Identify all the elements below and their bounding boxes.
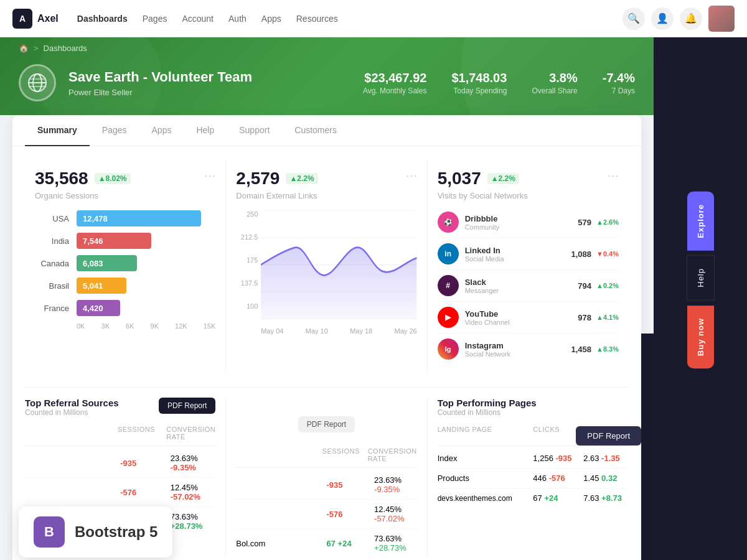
referral-row-2: -576 12.45% -57.02% [25, 478, 215, 507]
dashboard-card: Summary Pages Apps Help Support Customer… [12, 115, 641, 560]
nav-link-dashboards[interactable]: Dashboards [77, 14, 128, 24]
stat-monthly-sales: $23,467.92 Avg. Monthly Sales [363, 71, 427, 95]
instagram-icon: Ig [438, 338, 459, 360]
breadcrumb-separator: > [34, 44, 39, 53]
tab-help[interactable]: Help [184, 115, 227, 146]
social-row-dribbble: ⚽ Dribbble Community 579 ▲2.6% [438, 207, 619, 238]
notifications-button[interactable]: 👤 [651, 7, 674, 30]
settings-button[interactable]: 🔔 [680, 7, 702, 30]
bar-label-india: India [35, 236, 69, 246]
youtube-type: Video Channel [465, 319, 510, 326]
metric-social-networks: 5,037 ▲2.2% Visits by Social Networks ⋯ … [428, 159, 629, 375]
bar-label-brasil: Brasil [35, 281, 69, 291]
explore-button[interactable]: Explore [687, 192, 714, 251]
slack-type: Messanger [465, 287, 499, 294]
axis-0k: 0K [77, 322, 85, 330]
middle-table-header: SESSIONS CONVERSION RATE [236, 442, 416, 468]
nav-logo[interactable]: A Axel [12, 9, 59, 29]
bar-label-france: France [35, 304, 69, 313]
referral-pdf-button[interactable]: PDF Report [159, 398, 215, 414]
header-bg-circle [461, 37, 654, 128]
sessions-more-button[interactable]: ⋯ [204, 169, 215, 182]
bootstrap-icon: B [34, 516, 65, 548]
nav-logo-name: Axel [37, 13, 59, 24]
tab-bar: Summary Pages Apps Help Support Customer… [12, 115, 641, 146]
metric-value-social: 5,037 ▲2.2% [438, 169, 528, 189]
dribbble-change: ▲2.6% [596, 218, 619, 226]
links-more-button[interactable]: ⋯ [406, 169, 417, 182]
user-avatar[interactable] [708, 6, 735, 32]
social-row-instagram: Ig Instagram Social Network 1,458 ▲8.3% [438, 334, 619, 365]
metric-external-links: 2,579 ▲2.2% Domain External Links ⋯ 250 … [226, 159, 427, 375]
social-row-linkedin: in Linked In Social Media 1,088 ▼0.4% [438, 238, 619, 270]
slack-icon: # [438, 275, 459, 296]
page-name-devs: devs.keenthemes.com [438, 494, 529, 503]
line-chart-xaxis: May 04 May 10 May 18 May 26 [261, 327, 416, 335]
middle-pdf-button[interactable]: PDF Report [298, 416, 355, 432]
bootstrap-badge: B Bootstrap 5 [19, 506, 172, 558]
linkedin-count: 1,088 [571, 250, 591, 259]
nav-link-account[interactable]: Account [182, 14, 214, 24]
youtube-count: 978 [578, 313, 591, 322]
breadcrumb-home-icon: 🏠 [19, 44, 29, 53]
sessions-number: 35,568 [35, 169, 88, 189]
instagram-name: Instagram [465, 341, 510, 350]
pages-row-products: Products 446 -576 1.45 0.32 [438, 469, 629, 488]
axis-15k: 15K [204, 322, 216, 330]
tab-pages[interactable]: Pages [90, 115, 139, 146]
bar-label-canada: Canada [35, 259, 69, 268]
middle-section: PDF Report SESSIONS CONVERSION RATE -935… [226, 398, 427, 558]
tab-support[interactable]: Support [227, 115, 282, 146]
stat-label-7days: 7 Days [603, 86, 635, 95]
bar-fill-france: 4,420 [77, 300, 120, 316]
header-bg-leaf [37, 37, 162, 128]
tab-summary[interactable]: Summary [25, 115, 90, 146]
nav-link-apps[interactable]: Apps [261, 14, 281, 24]
links-badge: ▲2.2% [286, 173, 317, 184]
axis-12k: 12K [175, 322, 187, 330]
social-list: ⚽ Dribbble Community 579 ▲2.6% in Link [438, 207, 619, 365]
page-name-products: Products [438, 474, 529, 483]
axis-6k: 6K [126, 322, 134, 330]
bar-row-france: France 4,420 [35, 300, 215, 316]
performing-pages-card: Top Performing Pages Counted in Millions… [428, 398, 629, 558]
page-name-index: Index [438, 454, 529, 463]
social-badge: ▲2.2% [487, 173, 519, 184]
buy-now-button[interactable]: Buy now [687, 306, 714, 368]
stat-label-share: Overall Share [532, 86, 577, 95]
youtube-change: ▲4.1% [596, 314, 619, 321]
instagram-count: 1,458 [571, 345, 591, 354]
social-label: Visits by Social Networks [438, 191, 528, 200]
metric-value-sessions: 35,568 ▲8.02% [35, 169, 131, 189]
linkedin-type: Social Media [465, 255, 504, 263]
navbar: A Axel Dashboards Pages Account Auth App… [0, 0, 747, 37]
pages-row-devs: devs.keenthemes.com 67 +24 7.63 +8.73 [438, 488, 629, 508]
nav-links: Dashboards Pages Account Auth Apps Resou… [77, 14, 622, 24]
line-chart-svg [261, 210, 416, 319]
search-button[interactable]: 🔍 [622, 7, 645, 30]
pages-row-index: Index 1,256 -935 2.63 -1.35 [438, 449, 629, 469]
links-number: 2,579 [236, 169, 280, 189]
pages-subtitle: Counted in Millions [438, 408, 537, 417]
nav-link-resources[interactable]: Resources [296, 14, 338, 24]
main-content: Summary Pages Apps Help Support Customer… [0, 115, 654, 560]
bar-row-canada: Canada 6,083 [35, 255, 215, 271]
help-button[interactable]: Help [687, 255, 715, 301]
dribbble-icon: ⚽ [438, 212, 459, 233]
tab-customers[interactable]: Customers [282, 115, 349, 146]
dribbble-count: 579 [578, 218, 591, 227]
social-more-button[interactable]: ⋯ [608, 169, 619, 182]
nav-link-auth[interactable]: Auth [228, 14, 247, 24]
dark-pdf-button[interactable]: PDF Report [576, 426, 641, 446]
bar-row-brasil: Brasil 5,041 [35, 278, 215, 294]
bar-fill-canada: 6,083 [77, 255, 137, 271]
bar-row-usa: USA 12,478 [35, 210, 215, 226]
page-header: 🏠 > Dashboards Save Earth - Volunteer Te… [0, 37, 654, 128]
tab-apps[interactable]: Apps [139, 115, 184, 146]
nav-link-pages[interactable]: Pages [143, 14, 167, 24]
bar-chart: USA 12,478 India 7,546 Canada 6,083 Br [35, 210, 215, 330]
bar-fill-usa: 12,478 [77, 210, 201, 226]
line-chart-yaxis: 250 212.5 175 137.5 100 [236, 210, 258, 310]
linkedin-name: Linked In [465, 246, 504, 255]
stat-label-monthly: Avg. Monthly Sales [363, 86, 427, 95]
